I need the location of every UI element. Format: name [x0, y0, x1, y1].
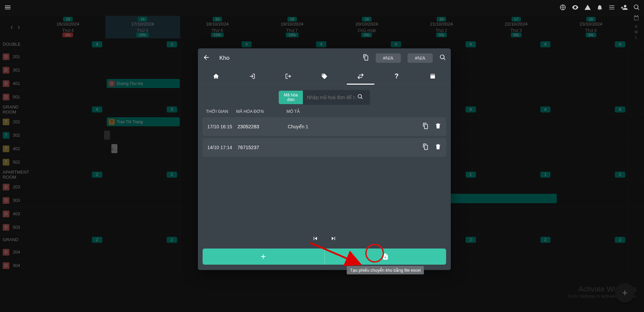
back-icon[interactable] — [203, 54, 210, 62]
import-excel-button[interactable]: Tạo phiếu chuyển kho bằng file excel — [324, 249, 446, 265]
th-code: MÃ HÓA ĐƠN — [236, 109, 286, 114]
add-button[interactable] — [203, 249, 324, 265]
modal-tabs: ? — [198, 68, 451, 85]
row-copy-icon[interactable] — [422, 143, 429, 151]
cell-desc: Chuyển 1 — [288, 124, 422, 129]
table-header: THỜI GIAN MÃ HÓA ĐƠN MÔ TẢ — [198, 107, 451, 115]
cell-time: 14/10 17:14 — [207, 145, 237, 150]
search-submit-icon[interactable] — [357, 94, 363, 101]
top-bar — [0, 0, 644, 16]
list-icon[interactable] — [608, 4, 615, 12]
add-user-icon[interactable] — [621, 4, 628, 12]
modal-search-row: Mã hóa đơn — [198, 85, 451, 107]
menu-icon[interactable] — [4, 4, 11, 12]
table-row[interactable]: 14/10 17:1476715237 — [203, 138, 446, 157]
visibility-icon[interactable] — [572, 4, 579, 12]
import-excel-tooltip: Tạo phiếu chuyển kho bằng file excel — [346, 266, 424, 274]
row-delete-icon[interactable] — [435, 143, 441, 151]
th-time: THỜI GIAN — [206, 109, 236, 114]
modal-title: Kho — [219, 55, 229, 61]
th-desc: MÔ TẢ — [286, 109, 443, 114]
table-row[interactable]: 17/10 16:1523052283Chuyển 1 — [203, 117, 446, 136]
tab-help[interactable]: ? — [379, 68, 415, 84]
row-copy-icon[interactable] — [422, 123, 429, 131]
alert-icon[interactable] — [584, 4, 591, 12]
pager — [198, 232, 451, 246]
tab-out[interactable] — [270, 68, 306, 84]
notifications-icon[interactable] — [596, 4, 603, 12]
modal-search-icon[interactable] — [439, 54, 446, 62]
globe-icon[interactable] — [559, 4, 566, 12]
page-first-icon[interactable] — [312, 235, 319, 243]
tab-home[interactable] — [198, 68, 234, 84]
modal-header: Kho #N/A #N/A — [198, 48, 451, 68]
modal-footer: Tạo phiếu chuyển kho bằng file excel — [203, 249, 446, 265]
page-last-icon[interactable] — [330, 235, 337, 243]
tab-transfer[interactable] — [342, 68, 379, 84]
tab-archive[interactable] — [415, 68, 451, 84]
na-badge-2[interactable]: #N/A — [408, 53, 433, 63]
tab-tag[interactable] — [306, 68, 342, 84]
cell-time: 17/10 16:15 — [207, 124, 237, 129]
invoice-search-input[interactable] — [307, 95, 357, 100]
row-delete-icon[interactable] — [435, 123, 441, 131]
search-type-button[interactable]: Mã hóa đơn — [279, 91, 303, 104]
inventory-modal: Kho #N/A #N/A ? Mã hóa đơn THỜI GIAN MÃ … — [198, 48, 451, 270]
copy-icon[interactable] — [362, 54, 369, 62]
cell-code: 76715237 — [237, 145, 288, 150]
search-icon[interactable] — [633, 4, 640, 12]
tab-in[interactable] — [234, 68, 270, 84]
na-badge-1[interactable]: #N/A — [376, 53, 401, 63]
cell-code: 23052283 — [237, 124, 288, 129]
